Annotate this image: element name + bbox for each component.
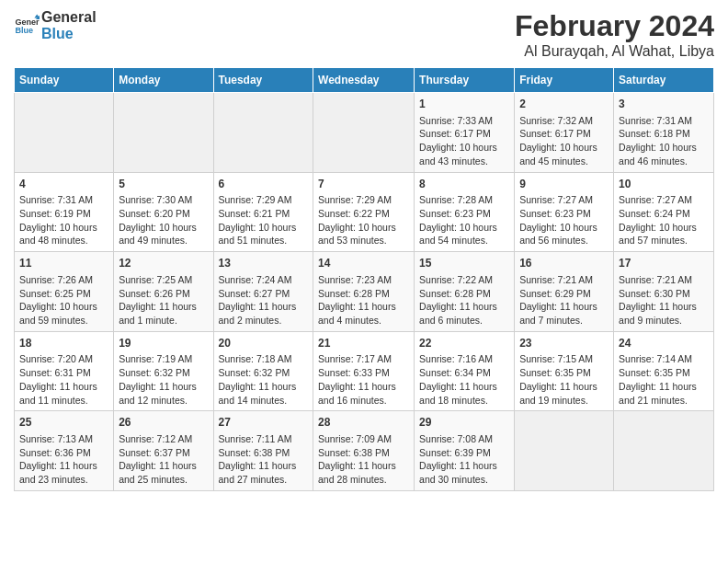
calendar-cell: 12Sunrise: 7:25 AM Sunset: 6:26 PM Dayli… <box>114 252 213 332</box>
calendar-cell: 10Sunrise: 7:27 AM Sunset: 6:24 PM Dayli… <box>614 172 714 252</box>
calendar-cell: 29Sunrise: 7:08 AM Sunset: 6:39 PM Dayli… <box>415 411 515 491</box>
calendar-cell: 11Sunrise: 7:26 AM Sunset: 6:25 PM Dayli… <box>15 252 114 332</box>
day-number: 27 <box>219 415 309 431</box>
calendar-cell <box>614 411 714 491</box>
calendar-cell: 16Sunrise: 7:21 AM Sunset: 6:29 PM Dayli… <box>515 252 614 332</box>
col-header-thursday: Thursday <box>415 68 515 93</box>
calendar-cell: 21Sunrise: 7:17 AM Sunset: 6:33 PM Dayli… <box>313 331 415 411</box>
calendar-cell: 26Sunrise: 7:12 AM Sunset: 6:37 PM Dayli… <box>114 411 213 491</box>
day-info: Sunrise: 7:32 AM Sunset: 6:17 PM Dayligh… <box>519 114 609 168</box>
day-number: 16 <box>519 256 609 271</box>
day-number: 28 <box>318 415 409 431</box>
day-info: Sunrise: 7:33 AM Sunset: 6:17 PM Dayligh… <box>419 114 509 168</box>
calendar-cell: 20Sunrise: 7:18 AM Sunset: 6:32 PM Dayli… <box>213 331 313 411</box>
day-info: Sunrise: 7:27 AM Sunset: 6:23 PM Dayligh… <box>519 193 609 247</box>
day-number: 23 <box>519 336 609 351</box>
page-header: General Blue General Blue February 2024 … <box>14 9 714 60</box>
calendar-cell: 18Sunrise: 7:20 AM Sunset: 6:31 PM Dayli… <box>15 331 114 411</box>
day-number: 8 <box>419 177 509 192</box>
day-info: Sunrise: 7:21 AM Sunset: 6:29 PM Dayligh… <box>519 273 609 327</box>
calendar-cell: 14Sunrise: 7:23 AM Sunset: 6:28 PM Dayli… <box>313 252 415 332</box>
day-info: Sunrise: 7:19 AM Sunset: 6:32 PM Dayligh… <box>119 352 208 407</box>
calendar-cell: 13Sunrise: 7:24 AM Sunset: 6:27 PM Dayli… <box>213 252 313 332</box>
logo-general: General <box>41 9 97 26</box>
day-number: 1 <box>419 97 509 112</box>
day-number: 29 <box>419 415 509 431</box>
day-info: Sunrise: 7:21 AM Sunset: 6:30 PM Dayligh… <box>619 273 709 327</box>
day-info: Sunrise: 7:28 AM Sunset: 6:23 PM Dayligh… <box>419 193 509 247</box>
col-header-sunday: Sunday <box>15 68 114 93</box>
calendar-cell: 27Sunrise: 7:11 AM Sunset: 6:38 PM Dayli… <box>213 411 313 491</box>
day-info: Sunrise: 7:27 AM Sunset: 6:24 PM Dayligh… <box>619 193 709 247</box>
day-number: 2 <box>519 97 609 112</box>
calendar-cell: 4Sunrise: 7:31 AM Sunset: 6:19 PM Daylig… <box>15 172 114 252</box>
day-info: Sunrise: 7:31 AM Sunset: 6:18 PM Dayligh… <box>619 114 709 168</box>
day-info: Sunrise: 7:23 AM Sunset: 6:28 PM Dayligh… <box>318 273 409 327</box>
day-number: 5 <box>119 177 208 192</box>
day-number: 20 <box>219 336 309 351</box>
day-number: 11 <box>19 256 108 271</box>
day-info: Sunrise: 7:22 AM Sunset: 6:28 PM Dayligh… <box>419 273 509 327</box>
calendar-cell: 19Sunrise: 7:19 AM Sunset: 6:32 PM Dayli… <box>114 331 213 411</box>
day-info: Sunrise: 7:14 AM Sunset: 6:35 PM Dayligh… <box>619 352 709 407</box>
day-info: Sunrise: 7:13 AM Sunset: 6:36 PM Dayligh… <box>19 432 108 487</box>
calendar-cell: 25Sunrise: 7:13 AM Sunset: 6:36 PM Dayli… <box>15 411 114 491</box>
page-title: February 2024 <box>515 9 714 43</box>
calendar-cell <box>213 93 313 173</box>
day-number: 22 <box>419 336 509 351</box>
day-number: 18 <box>19 336 108 351</box>
day-number: 12 <box>119 256 208 271</box>
day-number: 19 <box>119 336 208 351</box>
day-info: Sunrise: 7:29 AM Sunset: 6:22 PM Dayligh… <box>318 193 409 247</box>
calendar-cell: 1Sunrise: 7:33 AM Sunset: 6:17 PM Daylig… <box>415 93 515 173</box>
calendar-cell <box>15 93 114 173</box>
calendar-cell: 28Sunrise: 7:09 AM Sunset: 6:38 PM Dayli… <box>313 411 415 491</box>
calendar-cell <box>515 411 614 491</box>
col-header-tuesday: Tuesday <box>213 68 313 93</box>
logo: General Blue General Blue <box>14 9 97 41</box>
calendar-cell <box>114 93 213 173</box>
day-info: Sunrise: 7:09 AM Sunset: 6:38 PM Dayligh… <box>318 432 409 487</box>
col-header-saturday: Saturday <box>614 68 714 93</box>
day-info: Sunrise: 7:26 AM Sunset: 6:25 PM Dayligh… <box>19 273 108 327</box>
calendar-cell: 2Sunrise: 7:32 AM Sunset: 6:17 PM Daylig… <box>515 93 614 173</box>
day-number: 26 <box>119 415 208 431</box>
calendar-cell: 5Sunrise: 7:30 AM Sunset: 6:20 PM Daylig… <box>114 172 213 252</box>
day-info: Sunrise: 7:24 AM Sunset: 6:27 PM Dayligh… <box>219 273 309 327</box>
day-number: 6 <box>219 177 309 192</box>
day-info: Sunrise: 7:30 AM Sunset: 6:20 PM Dayligh… <box>119 193 208 247</box>
svg-text:General: General <box>15 17 40 26</box>
day-number: 10 <box>619 177 709 192</box>
calendar-cell: 7Sunrise: 7:29 AM Sunset: 6:22 PM Daylig… <box>313 172 415 252</box>
calendar-cell: 3Sunrise: 7:31 AM Sunset: 6:18 PM Daylig… <box>614 93 714 173</box>
day-number: 3 <box>619 97 709 112</box>
calendar-cell: 9Sunrise: 7:27 AM Sunset: 6:23 PM Daylig… <box>515 172 614 252</box>
col-header-wednesday: Wednesday <box>313 68 415 93</box>
logo-icon: General Blue <box>14 13 40 39</box>
svg-text:Blue: Blue <box>15 26 33 35</box>
day-info: Sunrise: 7:20 AM Sunset: 6:31 PM Dayligh… <box>19 352 108 407</box>
day-number: 24 <box>619 336 709 351</box>
calendar-cell: 23Sunrise: 7:15 AM Sunset: 6:35 PM Dayli… <box>515 331 614 411</box>
day-info: Sunrise: 7:11 AM Sunset: 6:38 PM Dayligh… <box>219 432 309 487</box>
calendar-cell: 22Sunrise: 7:16 AM Sunset: 6:34 PM Dayli… <box>415 331 515 411</box>
day-number: 9 <box>519 177 609 192</box>
day-number: 17 <box>619 256 709 271</box>
day-info: Sunrise: 7:08 AM Sunset: 6:39 PM Dayligh… <box>419 432 509 487</box>
col-header-monday: Monday <box>114 68 213 93</box>
day-number: 4 <box>19 177 108 192</box>
day-number: 13 <box>219 256 309 271</box>
calendar-cell: 6Sunrise: 7:29 AM Sunset: 6:21 PM Daylig… <box>213 172 313 252</box>
day-number: 14 <box>318 256 409 271</box>
calendar-cell <box>313 93 415 173</box>
day-info: Sunrise: 7:31 AM Sunset: 6:19 PM Dayligh… <box>19 193 108 247</box>
day-info: Sunrise: 7:29 AM Sunset: 6:21 PM Dayligh… <box>219 193 309 247</box>
day-info: Sunrise: 7:16 AM Sunset: 6:34 PM Dayligh… <box>419 352 509 407</box>
col-header-friday: Friday <box>515 68 614 93</box>
day-number: 21 <box>318 336 409 351</box>
day-number: 7 <box>318 177 409 192</box>
calendar-cell: 15Sunrise: 7:22 AM Sunset: 6:28 PM Dayli… <box>415 252 515 332</box>
logo-blue: Blue <box>41 26 97 42</box>
day-number: 15 <box>419 256 509 271</box>
calendar-table: SundayMondayTuesdayWednesdayThursdayFrid… <box>14 67 714 491</box>
